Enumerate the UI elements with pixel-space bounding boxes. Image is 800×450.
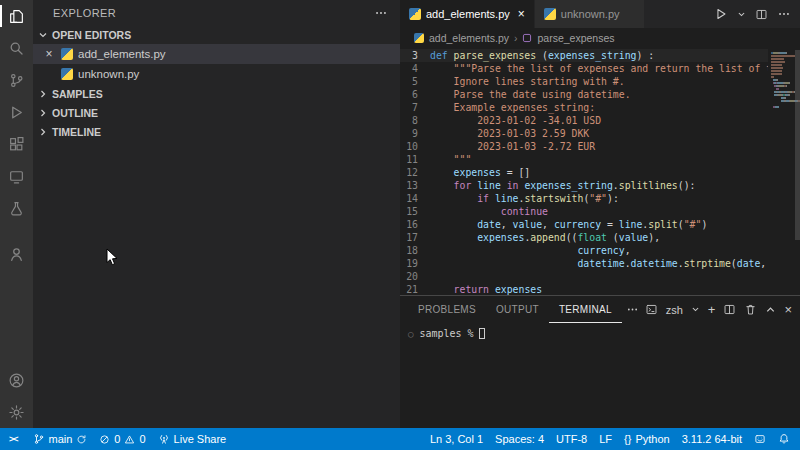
editor-tab[interactable]: add_elements.py ×: [400, 0, 535, 28]
python-icon: [61, 68, 73, 80]
code-line[interactable]: 3 def parse_expenses (expenses_string) :: [400, 49, 800, 62]
command-decoration-icon: ○: [408, 329, 413, 339]
language-mode[interactable]: {} Python: [618, 428, 676, 450]
editor-scrollbar[interactable]: [795, 50, 800, 240]
run-and-debug-view-button[interactable]: [0, 96, 33, 128]
explorer-view-button[interactable]: [0, 0, 33, 32]
remote-icon: ><: [9, 434, 18, 444]
code-line[interactable]: 14 if line.startswith("#"):: [400, 192, 800, 205]
section-label: OUTLINE: [52, 107, 98, 119]
panel-tab[interactable]: OUTPUT: [486, 296, 549, 323]
accounts-button[interactable]: [0, 364, 33, 396]
line-content: Ignore lines starting with #.: [430, 75, 625, 88]
feedback-button[interactable]: [748, 428, 772, 450]
panel-more-tabs-icon[interactable]: [626, 303, 639, 316]
section-label: TIMELINE: [52, 126, 101, 138]
indentation-setting[interactable]: Spaces: 4: [489, 428, 550, 450]
code-line[interactable]: 13 for line in expenses_string.splitline…: [400, 179, 800, 192]
line-content: Parse the date using datetime.: [430, 88, 631, 101]
code-line[interactable]: 10 2023-01-03 -2.72 EUR: [400, 140, 800, 153]
kill-terminal-icon[interactable]: [744, 303, 757, 316]
panel-header: PROBLEMS OUTPUT TERMINAL zsh +: [400, 296, 800, 323]
sidebar-section-header[interactable]: OUTLINE: [33, 103, 400, 122]
tab-close-icon[interactable]: ×: [518, 7, 525, 21]
language-label: Python: [635, 433, 669, 445]
search-view-button[interactable]: [0, 32, 33, 64]
branch-indicator[interactable]: main: [27, 428, 94, 450]
run-dropdown-chevron-icon[interactable]: [737, 10, 746, 19]
run-file-icon[interactable]: [714, 7, 728, 21]
close-panel-icon[interactable]: ×: [784, 302, 792, 317]
code-line[interactable]: 15 continue: [400, 205, 800, 218]
cursor-position[interactable]: Ln 3, Col 1: [424, 428, 489, 450]
error-count: 0: [114, 433, 120, 445]
open-editors-header[interactable]: OPEN EDITORS: [33, 25, 400, 44]
split-terminal-icon[interactable]: [723, 303, 736, 316]
sidebar-section-header[interactable]: SAMPLES: [33, 84, 400, 103]
notifications-button[interactable]: [772, 428, 796, 450]
bell-icon: [778, 433, 790, 445]
terminal-prompt: samples %: [419, 328, 473, 339]
settings-button[interactable]: [0, 396, 33, 428]
close-editor-icon[interactable]: ×: [42, 47, 56, 61]
remote-indicator[interactable]: ><: [0, 428, 27, 450]
remote-explorer-view-button[interactable]: [0, 160, 33, 192]
more-actions-icon[interactable]: [777, 7, 791, 21]
line-number: 20: [400, 270, 430, 283]
line-number: 8: [400, 114, 430, 127]
code-editor[interactable]: 3 def parse_expenses (expenses_string) :…: [400, 48, 800, 295]
code-line[interactable]: 7 Example expenses_string:: [400, 101, 800, 114]
open-editor-item[interactable]: × unknown.py: [33, 64, 400, 84]
line-number: 14: [400, 192, 430, 205]
feedback-icon: [754, 433, 766, 445]
code-line[interactable]: 5 Ignore lines starting with #.: [400, 75, 800, 88]
editor-tab[interactable]: unknown.py ×: [535, 0, 645, 28]
sidebar-sections: SAMPLES OUTLINE TIMELINE: [33, 84, 400, 141]
testing-view-button[interactable]: [0, 192, 33, 224]
code-line[interactable]: 18 currency,: [400, 244, 800, 257]
shell-dropdown-chevron-icon[interactable]: [691, 305, 700, 314]
code-line[interactable]: 12 expenses = []: [400, 166, 800, 179]
new-terminal-icon[interactable]: +: [708, 302, 716, 317]
extensions-view-button[interactable]: [0, 128, 33, 160]
source-control-view-button[interactable]: [0, 64, 33, 96]
sidebar-section-header[interactable]: TIMELINE: [33, 122, 400, 141]
code-line[interactable]: 17 expenses.append((float (value),: [400, 231, 800, 244]
live-share-status[interactable]: Live Share: [152, 428, 233, 450]
panel-tab[interactable]: TERMINAL: [549, 296, 622, 323]
code-line[interactable]: 11 """: [400, 153, 800, 166]
eol-setting[interactable]: LF: [593, 428, 618, 450]
run-debug-icon: [8, 104, 25, 121]
python-icon: [409, 8, 421, 20]
code-line[interactable]: 20: [400, 270, 800, 283]
split-editor-icon[interactable]: [755, 8, 768, 21]
encoding-setting[interactable]: UTF-8: [550, 428, 593, 450]
line-number: 11: [400, 153, 430, 166]
line-content: date, value, currency = line.split("#"): [430, 218, 707, 231]
open-editor-item[interactable]: × add_elements.py: [33, 44, 400, 64]
code-lines: 3 def parse_expenses (expenses_string) :…: [400, 48, 800, 295]
live-share-view-button[interactable]: [0, 238, 33, 270]
chevron-right-icon: [37, 107, 49, 119]
code-line[interactable]: 21 return expenses: [400, 283, 800, 295]
code-line[interactable]: 4 """Parse the list of expenses and retu…: [400, 62, 800, 75]
tab-label: add_elements.py: [426, 8, 510, 20]
branch-name: main: [49, 433, 73, 445]
breadcrumb-symbol[interactable]: parse_expenses: [537, 32, 614, 44]
live-share-label: Live Share: [174, 433, 227, 445]
terminal-content[interactable]: ○ samples %: [400, 323, 800, 339]
problems-indicator[interactable]: 0 0: [93, 428, 151, 450]
python-interpreter[interactable]: 3.11.2 64-bit: [676, 428, 748, 450]
gear-icon: [8, 404, 25, 421]
code-line[interactable]: 9 2023-01-03 2.59 DKK: [400, 127, 800, 140]
code-line[interactable]: 8 2023-01-02 -34.01 USD: [400, 114, 800, 127]
breadcrumb-file[interactable]: add_elements.py: [429, 32, 509, 44]
code-line[interactable]: 16 date, value, currency = line.split("#…: [400, 218, 800, 231]
code-line[interactable]: 6 Parse the date using datetime.: [400, 88, 800, 101]
sidebar-more-actions-icon[interactable]: [374, 6, 388, 20]
shell-label[interactable]: zsh: [666, 304, 683, 316]
line-content: expenses.append((float (value),: [430, 231, 660, 244]
panel-tab[interactable]: PROBLEMS: [408, 296, 486, 323]
maximize-panel-icon[interactable]: [765, 304, 776, 315]
code-line[interactable]: 19 datetime.datetime.strptime(date, "%Y: [400, 257, 800, 270]
